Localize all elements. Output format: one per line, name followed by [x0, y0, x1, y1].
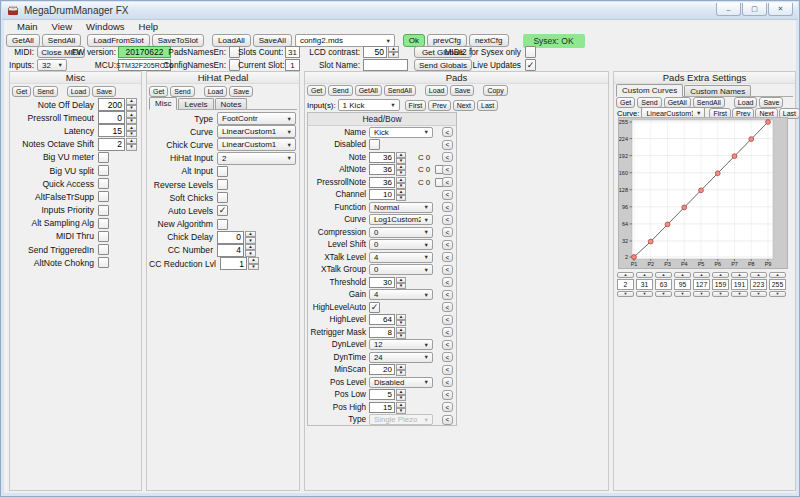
- pads-sendall-button[interactable]: SendAll: [384, 85, 416, 96]
- maximize-icon[interactable]: ▢: [742, 3, 767, 16]
- menu-help[interactable]: Help: [132, 21, 166, 32]
- pads-pressrollnote-copy-button[interactable]: <: [442, 177, 453, 187]
- curve-point-P6[interactable]: [715, 171, 720, 176]
- spin-down-icon[interactable]: ▼: [693, 291, 710, 297]
- pads-channel-copy-button[interactable]: <: [442, 190, 453, 200]
- pads-curve-copy-button[interactable]: <: [442, 215, 453, 225]
- spin-down-icon[interactable]: ▼: [750, 291, 767, 297]
- pads-nav-next-button[interactable]: Next: [453, 100, 475, 111]
- pads-curve-dropdown[interactable]: Log1Custom2▼: [369, 214, 433, 225]
- misc-midi-thru-checkbox[interactable]: [98, 231, 109, 242]
- hihat-get-button[interactable]: Get: [149, 86, 168, 97]
- pads-pos-low-copy-button[interactable]: <: [442, 390, 453, 400]
- pads-send-button[interactable]: Send: [328, 85, 352, 96]
- hihat-cc-number-spinner-value[interactable]: 4: [217, 244, 244, 257]
- pads-retrigger-mask-spinner-value[interactable]: 8: [369, 327, 395, 338]
- pads-dynlevel-copy-button[interactable]: <: [442, 340, 453, 350]
- pads-get-button[interactable]: Get: [307, 85, 326, 96]
- pads-pos-level-dropdown[interactable]: Disabled▼: [369, 377, 433, 388]
- pads-xtalk-level-dropdown[interactable]: 4▼: [369, 252, 433, 263]
- pads-threshold-spinner-value[interactable]: 30: [369, 277, 395, 288]
- hihat-curve-dropdown[interactable]: LinearCustom1▼: [217, 125, 296, 138]
- curve-point-P5[interactable]: [699, 188, 704, 193]
- pads-pos-level-copy-button[interactable]: <: [442, 377, 453, 387]
- extra-tab-custom-curves[interactable]: Custom Curves: [616, 84, 683, 97]
- point-value-P5[interactable]: 127: [693, 279, 710, 290]
- spin-up-icon[interactable]: ▲: [617, 272, 634, 278]
- hihat-save-button[interactable]: Save: [229, 86, 253, 97]
- pads-function-copy-button[interactable]: <: [442, 202, 453, 212]
- spin-up-icon[interactable]: ▲: [712, 272, 729, 278]
- pads-pressrollnote-spinner-value[interactable]: 36: [369, 177, 395, 188]
- curve-point-P7[interactable]: [732, 154, 737, 159]
- misc-inputs-priority-checkbox[interactable]: [98, 205, 109, 216]
- spin-down-icon[interactable]: ▼: [126, 144, 137, 151]
- pads-copy-button[interactable]: Copy: [483, 85, 507, 96]
- misc-send-button[interactable]: Send: [33, 86, 57, 97]
- misc-notes-octave-shift-spinner-value[interactable]: 2: [98, 138, 125, 151]
- pads-name-copy-button[interactable]: <: [442, 127, 453, 137]
- misc-load-button[interactable]: Load: [67, 86, 91, 97]
- pads-gain-copy-button[interactable]: <: [442, 290, 453, 300]
- spin-down-icon[interactable]: ▼: [248, 264, 259, 271]
- menu-view[interactable]: View: [45, 21, 79, 32]
- misc-pressroll-timeout-spinner-value[interactable]: 0: [98, 111, 125, 124]
- misc-altnote-chokng-checkbox[interactable]: [98, 257, 109, 268]
- misc-save-button[interactable]: Save: [92, 86, 116, 97]
- minimize-icon[interactable]: –: [716, 3, 741, 16]
- hihat-reverse-levels-checkbox[interactable]: [217, 179, 228, 190]
- curve-point-P2[interactable]: [648, 239, 653, 244]
- spin-down-icon[interactable]: ▼: [126, 118, 137, 125]
- hihat-hihat-input-dropdown[interactable]: 2▼: [217, 152, 296, 165]
- pads-minscan-copy-button[interactable]: <: [442, 365, 453, 375]
- spin-up-icon[interactable]: ▲: [693, 272, 710, 278]
- pads-name-dropdown[interactable]: Kick▼: [369, 127, 433, 138]
- misc-big-vu-split-checkbox[interactable]: [98, 165, 109, 176]
- pads-dynlevel-dropdown[interactable]: 12▼: [369, 339, 433, 350]
- point-value-P6[interactable]: 159: [712, 279, 729, 290]
- pads-highlevelauto-checkbox[interactable]: [369, 302, 380, 313]
- curve-point-P4[interactable]: [682, 205, 687, 210]
- hihat-chick-curve-dropdown[interactable]: LinearCustom1▼: [217, 138, 296, 151]
- hihat-send-button[interactable]: Send: [170, 86, 194, 97]
- pads-nav-prev-button[interactable]: Prev: [428, 100, 450, 111]
- spin-down-icon[interactable]: ▼: [245, 250, 256, 257]
- spin-down-icon[interactable]: ▼: [126, 105, 137, 112]
- pads-channel-spinner-value[interactable]: 10: [369, 189, 395, 200]
- pads-note-spinner-value[interactable]: 36: [369, 152, 395, 163]
- pads-compression-dropdown[interactable]: 0▼: [369, 227, 433, 238]
- pads-altnote-spinner-value[interactable]: 36: [369, 164, 395, 175]
- point-value-P2[interactable]: 31: [636, 279, 653, 290]
- slot-name-field[interactable]: [363, 59, 408, 71]
- pads-type-dropdown[interactable]: Single Piezo▼: [369, 414, 433, 425]
- curve-point-P8[interactable]: [749, 137, 754, 142]
- close-icon[interactable]: ✕: [768, 3, 793, 16]
- hihat-chick-delay-spinner-value[interactable]: 0: [217, 231, 244, 244]
- spin-down-icon[interactable]: ▼: [712, 291, 729, 297]
- pads-dyntime-copy-button[interactable]: <: [442, 352, 453, 362]
- spin-down-icon[interactable]: ▼: [655, 291, 672, 297]
- spin-down-icon[interactable]: ▼: [636, 291, 653, 297]
- spin-up-icon[interactable]: ▲: [636, 272, 653, 278]
- misc-alt-sampling-alg-checkbox[interactable]: [98, 218, 109, 229]
- slots-count-field[interactable]: 31: [285, 46, 300, 58]
- pads-altnote-copy-button[interactable]: <: [442, 165, 453, 175]
- pads-threshold-copy-button[interactable]: <: [442, 277, 453, 287]
- hihat-soft-chicks-checkbox[interactable]: [217, 192, 228, 203]
- pads-highlevelauto-copy-button[interactable]: <: [442, 302, 453, 312]
- pads-nav-last-button[interactable]: Last: [477, 100, 498, 111]
- misc-get-button[interactable]: Get: [12, 86, 31, 97]
- curve-point-P9[interactable]: [766, 120, 771, 125]
- point-value-P3[interactable]: 63: [655, 279, 672, 290]
- pads-save-button[interactable]: Save: [450, 85, 474, 96]
- lcd-contrast-value[interactable]: 50: [363, 46, 387, 58]
- extra-tab-custom-names[interactable]: Custom Names: [684, 85, 751, 96]
- pads-input-dropdown[interactable]: 1 Kick ▼: [338, 99, 400, 111]
- pads-disabled-copy-button[interactable]: <: [442, 140, 453, 150]
- spin-up-icon[interactable]: ▲: [750, 272, 767, 278]
- pads-function-dropdown[interactable]: Normal▼: [369, 202, 433, 213]
- pads-disabled-checkbox[interactable]: [369, 139, 380, 150]
- hihat-load-button[interactable]: Load: [204, 86, 228, 97]
- hihat-tab-notes[interactable]: Notes: [215, 98, 248, 109]
- pads-type-copy-button[interactable]: <: [442, 415, 453, 425]
